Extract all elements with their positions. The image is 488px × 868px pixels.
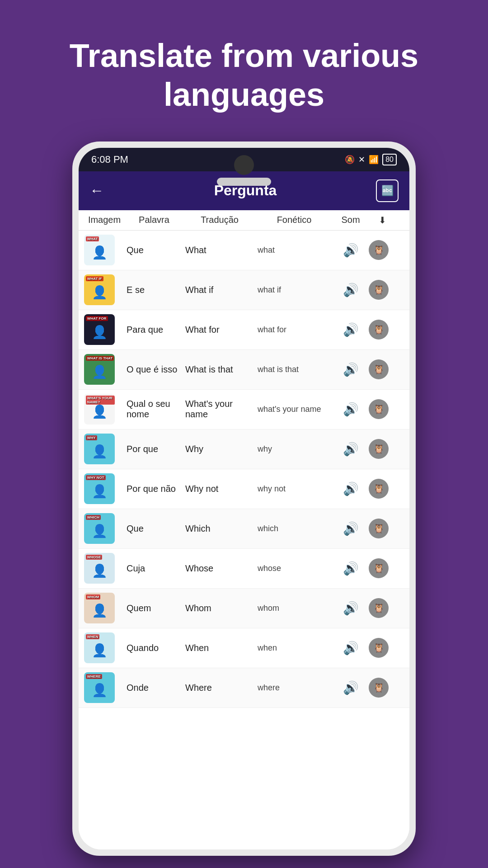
owl-button-where[interactable]: 🦉 [369,678,389,698]
owl-button-which[interactable]: 🦉 [369,519,389,538]
row-traducao-whom: Whom [183,603,256,613]
phone-mockup: 6:08 PM 🔕 ✕ 📶 80 ← Pergunta 🔤 Imagem Pal… [72,142,416,856]
col-som: Som [333,215,369,226]
table-body: WHAT 👤 Que What what 🔊 🦉 WHAT IF 👤 E se … [79,231,409,849]
status-time: 6:08 PM [91,154,128,165]
row-palavra-whatisthat: O que é isso [125,364,183,375]
row-fonetico-whatif: what if [256,285,333,295]
sound-button-whynot[interactable]: 🔊 [333,481,369,496]
row-image-whose: WHOSE 👤 [84,553,115,584]
row-fonetico-when: when [256,643,333,653]
row-fonetico-whose: whose [256,564,333,573]
row-palavra-when: Quando [125,643,183,653]
col-fonetico: Fonético [256,215,333,226]
row-traducao-whatisthat: What is that [183,364,256,375]
row-palavra-why: Por que [125,444,183,454]
sound-button-whom[interactable]: 🔊 [333,601,369,616]
header-title: Translate from various languages [0,36,488,114]
owl-button-whom[interactable]: 🦉 [369,598,389,618]
row-traducao-what: What [183,245,256,255]
speaker-icon: 🔊 [343,521,359,536]
sound-button-why[interactable]: 🔊 [333,442,369,457]
speaker-icon: 🔊 [343,442,359,457]
owl-button-whatsyour[interactable]: 🦉 [369,399,389,419]
row-palavra-which: Que [125,524,183,534]
sim-icon: ✕ [358,155,365,165]
row-fonetico-whatsyour: what's your name [256,405,333,414]
row-palavra-whatif: E se [125,285,183,295]
page-header: Translate from various languages [0,0,488,142]
owl-icon: 🦉 [373,364,385,375]
row-image-what: WHAT 👤 [84,235,115,265]
owl-icon: 🦉 [373,603,385,613]
row-palavra-what: Que [125,245,183,255]
owl-button-whatisthat[interactable]: 🦉 [369,359,389,379]
row-traducao-when: When [183,643,256,653]
owl-button-whatif[interactable]: 🦉 [369,280,389,300]
sound-button-where[interactable]: 🔊 [333,680,369,695]
owl-button-when[interactable]: 🦉 [369,638,389,658]
sound-button-when[interactable]: 🔊 [333,641,369,656]
row-fonetico-which: which [256,524,333,533]
row-traducao-whatif: What if [183,285,256,295]
speaker-icon: 🔊 [343,561,359,576]
sound-button-whatsyour[interactable]: 🔊 [333,402,369,417]
owl-button-whose[interactable]: 🦉 [369,558,389,578]
row-traducao-which: Which [183,524,256,534]
owl-button-why[interactable]: 🦉 [369,439,389,459]
speaker-icon: 🔊 [343,283,359,297]
translate-icon: 🔤 [381,185,394,197]
speaker-icon: 🔊 [343,402,359,417]
phone-notch [217,155,271,186]
row-image-where: WHERE 👤 [84,672,115,703]
row-image-when: WHEN 👤 [84,632,115,663]
row-palavra-whom: Quem [125,603,183,613]
table-row: WHERE 👤 Onde Where where 🔊 🦉 [79,668,409,708]
camera-lens [234,155,254,175]
row-palavra-whatfor: Para que [125,325,183,335]
row-fonetico-whom: whom [256,604,333,613]
speaker-icon: 🔊 [343,601,359,616]
back-button[interactable]: ← [89,182,104,199]
table-row: WHICH 👤 Que Which which 🔊 🦉 [79,509,409,549]
translate-icon-button[interactable]: 🔤 [376,179,399,202]
table-row: WHY 👤 Por que Why why 🔊 🦉 [79,429,409,469]
owl-button-what[interactable]: 🦉 [369,240,389,260]
row-fonetico-why: why [256,444,333,454]
table-row: WHAT 👤 Que What what 🔊 🦉 [79,231,409,270]
speaker-icon: 🔊 [343,362,359,377]
row-image-why: WHY 👤 [84,434,115,464]
status-icons: 🔕 ✕ 📶 80 [345,154,397,165]
wifi-icon: 📶 [369,155,379,165]
speaker-icon: 🔊 [343,481,359,496]
row-palavra-where: Onde [125,683,183,693]
owl-button-whynot[interactable]: 🦉 [369,479,389,499]
owl-icon: 🦉 [373,443,385,454]
owl-button-whatfor[interactable]: 🦉 [369,320,389,340]
speaker-icon: 🔊 [343,322,359,337]
row-image-whynot: WHY NOT 👤 [84,473,115,504]
owl-icon: 🦉 [373,284,385,295]
sound-button-what[interactable]: 🔊 [333,243,369,258]
table-header: Imagem Palavra Tradução Fonético Som ⬇ [79,210,409,231]
battery-icon: 80 [382,154,397,165]
col-traducao: Tradução [183,215,256,226]
row-image-whatfor: WHAT FOR 👤 [84,314,115,345]
owl-icon: 🦉 [373,523,385,534]
speaker-bar [217,178,271,186]
table-row: WHOSE 👤 Cuja Whose whose 🔊 🦉 [79,549,409,589]
bell-mute-icon: 🔕 [345,155,355,165]
owl-icon: 🦉 [373,245,385,255]
table-row: WHAT FOR 👤 Para que What for what for 🔊 … [79,310,409,350]
owl-icon: 🦉 [373,404,385,415]
row-traducao-where: Where [183,683,256,693]
sound-button-whatisthat[interactable]: 🔊 [333,362,369,377]
table-row: WHEN 👤 Quando When when 🔊 🦉 [79,628,409,668]
sound-button-whatfor[interactable]: 🔊 [333,322,369,337]
download-all-button[interactable]: ⬇ [369,215,396,226]
sound-button-which[interactable]: 🔊 [333,521,369,536]
row-palavra-whatsyour: Qual o seu nome [125,399,183,420]
sound-button-whose[interactable]: 🔊 [333,561,369,576]
sound-button-whatif[interactable]: 🔊 [333,283,369,297]
col-palavra: Palavra [125,215,183,226]
